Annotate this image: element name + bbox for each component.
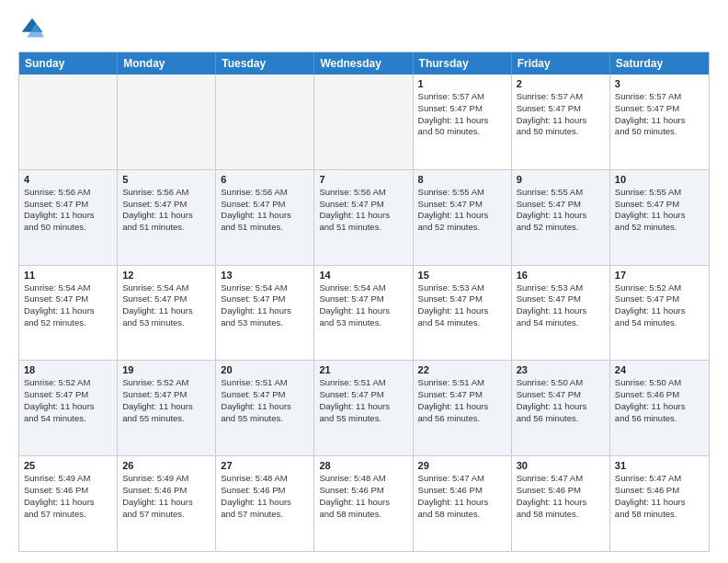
day-number: 8 xyxy=(418,174,506,185)
calendar-cell: 26Sunrise: 5:49 AM Sunset: 5:46 PM Dayli… xyxy=(118,456,216,551)
header-day-thursday: Thursday xyxy=(414,52,512,75)
day-number: 15 xyxy=(418,270,506,281)
day-number: 18 xyxy=(24,364,112,375)
calendar-cell: 23Sunrise: 5:50 AM Sunset: 5:47 PM Dayli… xyxy=(512,361,610,455)
day-number: 13 xyxy=(221,270,309,281)
day-info: Sunrise: 5:52 AM Sunset: 5:47 PM Dayligh… xyxy=(122,377,210,424)
calendar-cell: 10Sunrise: 5:55 AM Sunset: 5:47 PM Dayli… xyxy=(610,170,709,265)
header xyxy=(18,15,710,42)
day-info: Sunrise: 5:56 AM Sunset: 5:47 PM Dayligh… xyxy=(319,187,407,234)
day-info: Sunrise: 5:55 AM Sunset: 5:47 PM Dayligh… xyxy=(615,187,704,234)
calendar-cell xyxy=(216,75,314,169)
day-number: 12 xyxy=(122,270,210,281)
day-number: 31 xyxy=(615,460,704,471)
calendar-cell: 20Sunrise: 5:51 AM Sunset: 5:47 PM Dayli… xyxy=(216,361,314,455)
day-number: 26 xyxy=(122,460,210,471)
day-info: Sunrise: 5:47 AM Sunset: 5:46 PM Dayligh… xyxy=(517,473,605,520)
calendar-cell: 5Sunrise: 5:56 AM Sunset: 5:47 PM Daylig… xyxy=(118,170,216,265)
calendar-cell: 18Sunrise: 5:52 AM Sunset: 5:47 PM Dayli… xyxy=(19,361,118,455)
calendar-cell xyxy=(314,75,413,169)
day-info: Sunrise: 5:54 AM Sunset: 5:47 PM Dayligh… xyxy=(319,282,407,329)
calendar-row-2: 4Sunrise: 5:56 AM Sunset: 5:47 PM Daylig… xyxy=(19,169,709,265)
day-number: 21 xyxy=(319,364,407,375)
day-number: 23 xyxy=(517,364,605,375)
calendar-cell: 4Sunrise: 5:56 AM Sunset: 5:47 PM Daylig… xyxy=(19,170,118,265)
calendar-cell: 14Sunrise: 5:54 AM Sunset: 5:47 PM Dayli… xyxy=(314,266,413,361)
day-number: 30 xyxy=(517,460,605,471)
day-number: 3 xyxy=(615,78,704,89)
calendar-cell xyxy=(19,75,118,169)
day-info: Sunrise: 5:56 AM Sunset: 5:47 PM Dayligh… xyxy=(24,187,112,234)
day-info: Sunrise: 5:54 AM Sunset: 5:47 PM Dayligh… xyxy=(122,282,210,329)
day-info: Sunrise: 5:56 AM Sunset: 5:47 PM Dayligh… xyxy=(221,187,309,234)
day-info: Sunrise: 5:51 AM Sunset: 5:47 PM Dayligh… xyxy=(418,377,506,424)
day-number: 17 xyxy=(615,270,704,281)
day-info: Sunrise: 5:51 AM Sunset: 5:47 PM Dayligh… xyxy=(319,377,407,424)
day-info: Sunrise: 5:57 AM Sunset: 5:47 PM Dayligh… xyxy=(418,91,506,138)
calendar-cell: 27Sunrise: 5:48 AM Sunset: 5:46 PM Dayli… xyxy=(216,456,314,551)
calendar-cell: 1Sunrise: 5:57 AM Sunset: 5:47 PM Daylig… xyxy=(414,75,512,169)
calendar-cell: 11Sunrise: 5:54 AM Sunset: 5:47 PM Dayli… xyxy=(19,266,118,361)
calendar-cell: 6Sunrise: 5:56 AM Sunset: 5:47 PM Daylig… xyxy=(216,170,314,265)
day-info: Sunrise: 5:47 AM Sunset: 5:46 PM Dayligh… xyxy=(418,473,506,520)
header-day-friday: Friday xyxy=(512,52,610,75)
day-info: Sunrise: 5:53 AM Sunset: 5:47 PM Dayligh… xyxy=(517,282,605,329)
calendar-cell: 7Sunrise: 5:56 AM Sunset: 5:47 PM Daylig… xyxy=(314,170,413,265)
day-info: Sunrise: 5:54 AM Sunset: 5:47 PM Dayligh… xyxy=(24,282,112,329)
day-number: 10 xyxy=(615,174,704,185)
calendar-cell: 15Sunrise: 5:53 AM Sunset: 5:47 PM Dayli… xyxy=(414,266,512,361)
calendar-cell: 24Sunrise: 5:50 AM Sunset: 5:46 PM Dayli… xyxy=(610,361,709,455)
day-info: Sunrise: 5:50 AM Sunset: 5:47 PM Dayligh… xyxy=(517,377,605,424)
day-info: Sunrise: 5:53 AM Sunset: 5:47 PM Dayligh… xyxy=(418,282,506,329)
calendar-row-3: 11Sunrise: 5:54 AM Sunset: 5:47 PM Dayli… xyxy=(19,265,709,361)
day-number: 6 xyxy=(221,174,309,185)
calendar-header: SundayMondayTuesdayWednesdayThursdayFrid… xyxy=(19,52,709,75)
day-number: 14 xyxy=(319,270,407,281)
day-info: Sunrise: 5:55 AM Sunset: 5:47 PM Dayligh… xyxy=(517,187,605,234)
calendar-body: 1Sunrise: 5:57 AM Sunset: 5:47 PM Daylig… xyxy=(19,75,709,551)
day-info: Sunrise: 5:57 AM Sunset: 5:47 PM Dayligh… xyxy=(517,91,605,138)
day-info: Sunrise: 5:57 AM Sunset: 5:47 PM Dayligh… xyxy=(615,91,704,138)
day-number: 19 xyxy=(122,364,210,375)
day-number: 11 xyxy=(24,270,112,281)
day-info: Sunrise: 5:51 AM Sunset: 5:47 PM Dayligh… xyxy=(221,377,309,424)
calendar-cell: 2Sunrise: 5:57 AM Sunset: 5:47 PM Daylig… xyxy=(512,75,610,169)
day-info: Sunrise: 5:47 AM Sunset: 5:46 PM Dayligh… xyxy=(615,473,704,520)
calendar-cell: 28Sunrise: 5:48 AM Sunset: 5:46 PM Dayli… xyxy=(314,456,413,551)
calendar-cell: 25Sunrise: 5:49 AM Sunset: 5:46 PM Dayli… xyxy=(19,456,118,551)
day-number: 9 xyxy=(517,174,605,185)
calendar-row-4: 18Sunrise: 5:52 AM Sunset: 5:47 PM Dayli… xyxy=(19,360,709,455)
logo xyxy=(18,15,50,42)
calendar-cell: 21Sunrise: 5:51 AM Sunset: 5:47 PM Dayli… xyxy=(314,361,413,455)
day-number: 16 xyxy=(517,270,605,281)
day-info: Sunrise: 5:49 AM Sunset: 5:46 PM Dayligh… xyxy=(122,473,210,520)
day-info: Sunrise: 5:50 AM Sunset: 5:46 PM Dayligh… xyxy=(615,377,704,424)
calendar-cell: 19Sunrise: 5:52 AM Sunset: 5:47 PM Dayli… xyxy=(118,361,216,455)
calendar-cell: 22Sunrise: 5:51 AM Sunset: 5:47 PM Dayli… xyxy=(414,361,512,455)
day-info: Sunrise: 5:48 AM Sunset: 5:46 PM Dayligh… xyxy=(319,473,407,520)
header-day-monday: Monday xyxy=(118,52,216,75)
day-number: 27 xyxy=(221,460,309,471)
day-number: 24 xyxy=(615,364,704,375)
calendar-row-1: 1Sunrise: 5:57 AM Sunset: 5:47 PM Daylig… xyxy=(19,75,709,169)
day-number: 7 xyxy=(319,174,407,185)
day-info: Sunrise: 5:52 AM Sunset: 5:47 PM Dayligh… xyxy=(615,282,704,329)
day-info: Sunrise: 5:56 AM Sunset: 5:47 PM Dayligh… xyxy=(122,187,210,234)
day-number: 20 xyxy=(221,364,309,375)
day-number: 29 xyxy=(418,460,506,471)
day-info: Sunrise: 5:54 AM Sunset: 5:47 PM Dayligh… xyxy=(221,282,309,329)
calendar-cell xyxy=(118,75,216,169)
day-number: 22 xyxy=(418,364,506,375)
calendar-cell: 9Sunrise: 5:55 AM Sunset: 5:47 PM Daylig… xyxy=(512,170,610,265)
calendar-cell: 17Sunrise: 5:52 AM Sunset: 5:47 PM Dayli… xyxy=(610,266,709,361)
day-info: Sunrise: 5:49 AM Sunset: 5:46 PM Dayligh… xyxy=(24,473,112,520)
calendar-cell: 31Sunrise: 5:47 AM Sunset: 5:46 PM Dayli… xyxy=(610,456,709,551)
calendar-cell: 12Sunrise: 5:54 AM Sunset: 5:47 PM Dayli… xyxy=(118,266,216,361)
calendar-cell: 13Sunrise: 5:54 AM Sunset: 5:47 PM Dayli… xyxy=(216,266,314,361)
calendar-cell: 3Sunrise: 5:57 AM Sunset: 5:47 PM Daylig… xyxy=(610,75,709,169)
calendar-cell: 8Sunrise: 5:55 AM Sunset: 5:47 PM Daylig… xyxy=(414,170,512,265)
calendar-cell: 29Sunrise: 5:47 AM Sunset: 5:46 PM Dayli… xyxy=(414,456,512,551)
page: SundayMondayTuesdayWednesdayThursdayFrid… xyxy=(0,0,728,563)
calendar-cell: 30Sunrise: 5:47 AM Sunset: 5:46 PM Dayli… xyxy=(512,456,610,551)
day-number: 28 xyxy=(319,460,407,471)
